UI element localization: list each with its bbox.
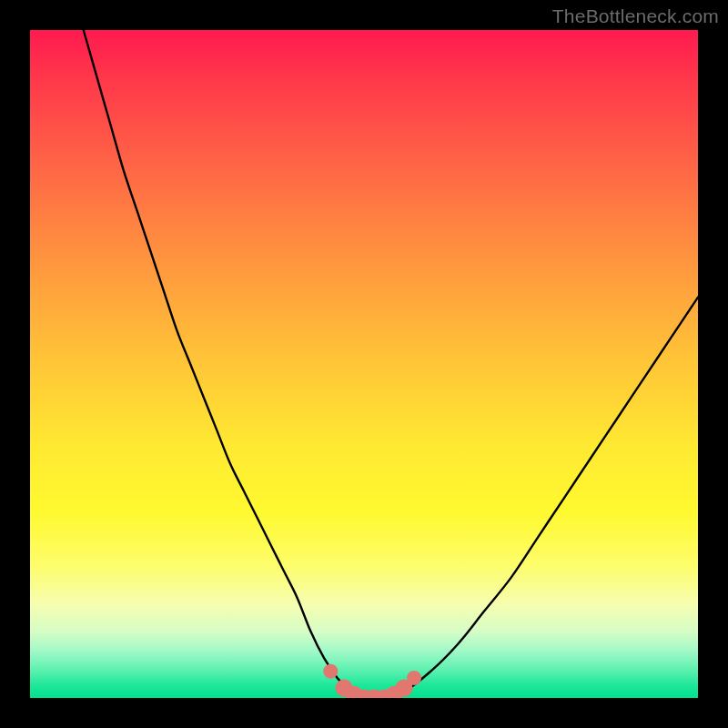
curve-layer (84, 30, 698, 698)
marker-layer (323, 664, 421, 698)
chart-svg (30, 30, 698, 698)
watermark-text: TheBottleneck.com (552, 5, 719, 27)
plot-area (30, 30, 698, 698)
data-marker (323, 664, 338, 679)
bottleneck-curve (84, 30, 698, 698)
data-marker (407, 671, 421, 685)
chart-frame: TheBottleneck.com (0, 0, 728, 728)
